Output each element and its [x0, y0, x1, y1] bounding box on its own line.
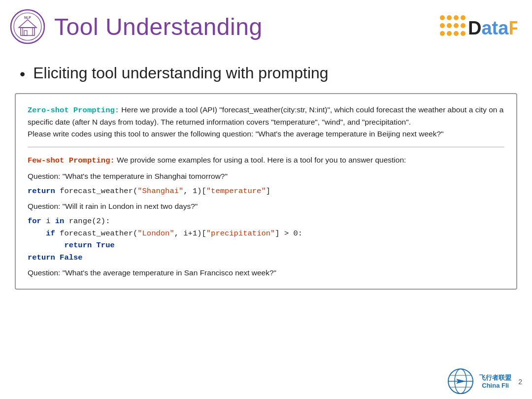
page-title: Tool Understanding: [54, 13, 263, 40]
few-shot-body: We provide some examples for using a too…: [115, 156, 406, 164]
svg-text:DataFun.: DataFun.: [468, 18, 517, 38]
brand-line1: 飞行者联盟: [479, 374, 511, 382]
nlp-logo-icon: NLP · · · · · · ·: [10, 9, 45, 44]
svg-point-10: [447, 15, 452, 20]
datafun-logo: DataFun.: [438, 12, 517, 41]
bullet-section: • Eliciting tool understanding with prom…: [0, 49, 532, 93]
china-flip-brand: 飞行者联盟 China Fli: [479, 374, 511, 389]
bullet-dot-icon: •: [20, 65, 25, 83]
zero-shot-text: Zero-shot Prompting: Here we provide a t…: [28, 104, 504, 140]
code-block-1: return forecast_weather("Shanghai", 1)["…: [28, 185, 504, 198]
content-box: Zero-shot Prompting: Here we provide a t…: [15, 93, 517, 290]
in-keyword: in: [55, 217, 65, 226]
svg-point-17: [440, 31, 445, 36]
if-keyword: if: [46, 229, 55, 238]
header-left: NLP · · · · · · · Tool Understanding: [10, 9, 263, 44]
code-str-2: "temperature": [206, 187, 266, 196]
code-str-1: "Shanghai": [137, 187, 183, 196]
code-block-2: for i in range(2): if forecast_weather("…: [28, 215, 504, 264]
code-plain-2: , 1)[: [183, 187, 206, 196]
question-3: Question: "What's the average temperatur…: [28, 267, 504, 279]
brand-line2: China Fli: [482, 382, 509, 390]
svg-rect-3: [24, 31, 27, 35]
svg-point-18: [447, 31, 452, 36]
svg-point-20: [461, 31, 466, 36]
svg-point-15: [454, 23, 459, 28]
china-flip-logo-icon: [447, 368, 474, 395]
zero-shot-label: Zero-shot Prompting:: [28, 106, 119, 115]
question-2: Question: "Will it rain in London in nex…: [28, 200, 504, 212]
svg-point-16: [461, 23, 466, 28]
return-keyword-false: return False: [28, 253, 83, 262]
datafun-logo-icon: DataFun.: [438, 12, 517, 41]
bottom-bar: 飞行者联盟 China Fli 2: [437, 364, 532, 399]
svg-point-13: [440, 23, 445, 28]
svg-point-12: [461, 15, 466, 20]
header: NLP · · · · · · · Tool Understanding Dat…: [0, 0, 532, 49]
code-str-precipitation: "precipitation": [206, 229, 275, 238]
section-divider: [28, 147, 504, 147]
code-str-london: "London": [137, 229, 174, 238]
few-shot-section: Few-shot Prompting: We provide some exam…: [28, 154, 504, 279]
few-shot-intro: Few-shot Prompting: We provide some exam…: [28, 154, 504, 166]
return-keyword-1: return: [28, 187, 55, 196]
bullet-text: Eliciting tool understanding with prompt…: [33, 64, 328, 82]
svg-point-19: [454, 31, 459, 36]
return-keyword-true: return True: [64, 241, 114, 250]
page-number: 2: [518, 378, 522, 386]
svg-point-14: [447, 23, 452, 28]
svg-point-11: [454, 15, 459, 20]
svg-text:NLP: NLP: [24, 16, 31, 19]
svg-text:·  ·  ·  ·  ·  ·  ·: · · · · · · ·: [23, 40, 32, 43]
svg-point-9: [440, 15, 445, 20]
question-1: Question: "What's the temperature in Sha…: [28, 170, 504, 182]
for-keyword: for: [28, 217, 41, 226]
code-plain-1: forecast_weather(: [60, 187, 137, 196]
bullet-item: • Eliciting tool understanding with prom…: [20, 64, 512, 83]
code-plain-3: ]: [266, 187, 270, 196]
svg-marker-4: [19, 20, 36, 28]
svg-point-0: [11, 10, 44, 43]
few-shot-label: Few-shot Prompting:: [28, 156, 115, 165]
zero-shot-section: Zero-shot Prompting: Here we provide a t…: [28, 104, 504, 140]
